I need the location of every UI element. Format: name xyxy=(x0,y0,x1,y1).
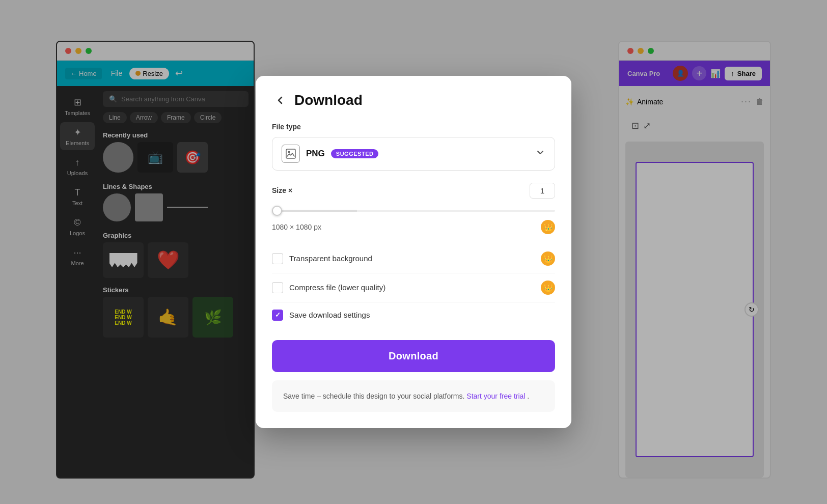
file-type-icon xyxy=(282,145,300,163)
save-settings-option: Save download settings xyxy=(272,302,555,328)
size-pro-crown-icon: 👑 xyxy=(541,220,555,234)
modal-overlay[interactable]: Download File type PNG SUGGESTED xyxy=(0,0,827,504)
options-list: Transparent background 👑 Compress file (… xyxy=(272,244,555,328)
download-button[interactable]: Download xyxy=(272,340,555,372)
footer-promo: Save time – schedule this design to your… xyxy=(272,380,555,412)
option-left-transparent: Transparent background xyxy=(272,253,372,264)
modal-back-button[interactable] xyxy=(272,92,288,108)
file-type-name: PNG xyxy=(306,149,325,159)
transparent-bg-crown-icon: 👑 xyxy=(541,251,555,266)
transparent-bg-option: Transparent background 👑 xyxy=(272,244,555,273)
compress-file-option: Compress file (lower quality) 👑 xyxy=(272,273,555,302)
free-trial-link[interactable]: Start your free trial xyxy=(466,392,525,400)
svg-point-1 xyxy=(288,151,290,153)
modal-title: Download xyxy=(294,92,363,108)
compress-file-label: Compress file (lower quality) xyxy=(289,283,385,292)
size-header: Size × 1 xyxy=(272,183,555,199)
option-left-compress: Compress file (lower quality) xyxy=(272,282,385,293)
size-section: Size × 1 1080 × 1080 px 👑 xyxy=(272,183,555,234)
dropdown-left: PNG SUGGESTED xyxy=(282,145,378,163)
size-label: Size × xyxy=(272,186,292,194)
promo-period: . xyxy=(527,392,529,400)
file-type-dropdown[interactable]: PNG SUGGESTED xyxy=(272,137,555,171)
compress-file-crown-icon: 👑 xyxy=(541,281,555,295)
suggested-badge: SUGGESTED xyxy=(331,149,379,158)
svg-rect-0 xyxy=(286,149,295,158)
save-settings-checkbox[interactable] xyxy=(272,310,283,321)
promo-text: Save time – schedule this design to your… xyxy=(283,392,464,400)
file-type-label: File type xyxy=(272,123,555,131)
dimensions-text: 1080 × 1080 px xyxy=(272,223,321,231)
transparent-bg-label: Transparent background xyxy=(289,254,372,263)
dropdown-chevron-icon xyxy=(535,147,545,160)
size-slider[interactable] xyxy=(272,210,555,212)
save-settings-label: Save download settings xyxy=(289,311,370,319)
modal-header: Download xyxy=(272,92,555,108)
compress-file-checkbox[interactable] xyxy=(272,282,283,293)
option-left-save: Save download settings xyxy=(272,310,370,321)
size-value-box[interactable]: 1 xyxy=(530,183,555,199)
transparent-bg-checkbox[interactable] xyxy=(272,253,283,264)
download-modal: Download File type PNG SUGGESTED xyxy=(256,76,571,428)
size-dimensions: 1080 × 1080 px 👑 xyxy=(272,220,555,234)
slider-container xyxy=(272,205,555,214)
